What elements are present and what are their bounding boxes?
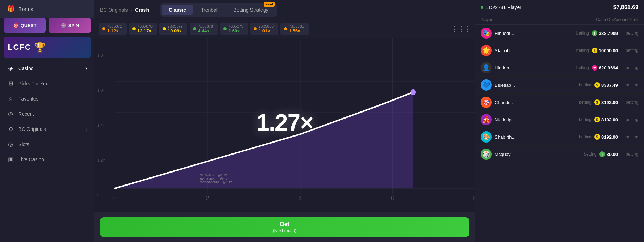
col-player: Player bbox=[481, 17, 596, 22]
avatar: 🎲 bbox=[481, 149, 492, 160]
topbar: BC Originals › Crash Classic Trenball Ne… bbox=[94, 0, 475, 20]
svg-marker-9 bbox=[115, 92, 413, 188]
tab-trenball-label: Trenball bbox=[201, 7, 218, 13]
live-icon: ▣ bbox=[7, 156, 14, 163]
player-name: Chandu ... bbox=[495, 100, 516, 105]
mult-val-6: 1.56x bbox=[289, 28, 301, 34]
new-badge: New! bbox=[264, 2, 275, 7]
sidebar-item-originals-label: BC Originals bbox=[18, 126, 46, 132]
svg-text:4: 4 bbox=[298, 194, 302, 202]
sidebar-item-slots[interactable]: ◎ Slots bbox=[0, 137, 94, 152]
mult-dot-green2 bbox=[223, 27, 227, 30]
quest-button[interactable]: 🎯 QUEST bbox=[4, 18, 46, 33]
avatar: 🎭 bbox=[481, 28, 492, 39]
player-info: 💙 Bluesap... bbox=[481, 79, 576, 91]
mult-item-1[interactable]: 7335876 12.17x bbox=[129, 23, 157, 35]
sidebar-item-live-casino[interactable]: ▣ Live Casino bbox=[0, 152, 94, 167]
tab-group: Classic Trenball New! Betting Strategy bbox=[160, 3, 277, 17]
mult-item-3[interactable]: 7335878 4.44x bbox=[190, 23, 218, 35]
mult-dot-yellow bbox=[132, 27, 136, 30]
mult-id-6: 7335881 bbox=[289, 24, 304, 28]
player-name: Hlbuedt... bbox=[495, 31, 514, 36]
amount-cell: $ 8192.00 bbox=[594, 117, 618, 122]
table-row: 👤 Hidden betting ❤ 620.9694 betting bbox=[475, 59, 644, 77]
sidebar-item-slots-label: Slots bbox=[18, 141, 29, 147]
svg-text:0: 0 bbox=[113, 194, 117, 202]
player-info: 👤 Hidden bbox=[481, 62, 574, 73]
bet-sub-label: (Next round) bbox=[273, 228, 297, 234]
col-amount: Amount bbox=[614, 17, 628, 22]
coin-icon: $ bbox=[594, 134, 600, 140]
sidebar: 🎁 Bonus 🎯 QUEST 🎡 SPIN LCFC 🏆 ◈ Casino ▾… bbox=[0, 0, 94, 242]
col-profit: Profit bbox=[628, 17, 638, 22]
quest-label: QUEST bbox=[21, 23, 37, 28]
avatar: 🎨 bbox=[481, 131, 492, 143]
amount-cell: $ 8192.00 bbox=[594, 99, 618, 105]
mult-dot-green bbox=[193, 27, 196, 30]
crash-graph: 2 4 6 8 0 bbox=[94, 38, 475, 212]
sidebar-item-casino-label: Casino bbox=[18, 66, 34, 71]
player-name: Shabirth... bbox=[495, 134, 515, 140]
spin-label: SPIN bbox=[68, 23, 79, 28]
spin-button[interactable]: 🎡 SPIN bbox=[49, 18, 91, 33]
mult-id-4: 7335879 bbox=[228, 24, 243, 28]
mult-id-5: 7335880 bbox=[259, 24, 274, 28]
mult-item-4[interactable]: 7335879 2.60x bbox=[220, 23, 248, 35]
breadcrumb-parent[interactable]: BC Originals bbox=[100, 7, 128, 13]
sidebar-item-bonus[interactable]: 🎁 Bonus bbox=[0, 0, 94, 18]
svg-text:8: 8 bbox=[473, 194, 475, 202]
bet-button[interactable]: Bet (Next round) bbox=[100, 217, 469, 237]
mult-val-0: 1.12x bbox=[107, 28, 119, 34]
sidebar-item-casino[interactable]: ◈ Casino ▾ bbox=[0, 61, 94, 76]
sidebar-item-recent[interactable]: ◷ Recent bbox=[0, 106, 94, 121]
cash-out-status: betting bbox=[579, 117, 592, 122]
amount-cell: $ 8192.00 bbox=[594, 134, 618, 140]
bet-label: Bet bbox=[280, 221, 289, 228]
player-info: 🎨 Shabirth... bbox=[481, 131, 576, 143]
mult-item-5[interactable]: 7335880 1.01x bbox=[250, 23, 278, 35]
star-icon: ☆ bbox=[7, 95, 14, 102]
amount-cell: ❤ 620.9694 bbox=[592, 65, 618, 71]
originals-icon: ⊙ bbox=[7, 126, 14, 132]
grid-icon[interactable]: ⋮⋮⋮ bbox=[452, 25, 471, 33]
profit-cell: betting bbox=[621, 65, 638, 70]
panel-columns: Player Cash Out Amount Profit bbox=[475, 15, 644, 25]
table-row: 🎭 Hlbuedt... betting T 388.7909 betting bbox=[475, 25, 644, 42]
breadcrumb: BC Originals › Crash bbox=[100, 7, 149, 13]
coin-icon: ❤ bbox=[592, 65, 597, 71]
quest-spin-row: 🎯 QUEST 🎡 SPIN bbox=[0, 18, 94, 37]
table-row: 🎨 Shabirth... betting $ 8192.00 betting bbox=[475, 128, 644, 146]
player-count: 115/2781 Player bbox=[481, 5, 521, 10]
coin-icon: T bbox=[592, 30, 597, 36]
mult-val-3: 4.44x bbox=[198, 28, 210, 34]
mult-item-2[interactable]: 7335877 10.09x bbox=[159, 23, 187, 35]
sidebar-item-bc-originals[interactable]: ⊙ BC Originals › bbox=[0, 121, 94, 137]
mult-item-0[interactable]: 7335875 1.12x bbox=[99, 23, 127, 35]
promo-banner[interactable]: LCFC 🏆 bbox=[4, 37, 91, 58]
tab-classic-label: Classic bbox=[169, 7, 186, 13]
mult-id-0: 7335875 bbox=[107, 24, 122, 28]
sidebar-item-favorites[interactable]: ☆ Favorites bbox=[0, 91, 94, 106]
mult-dot-yellow2 bbox=[163, 27, 166, 30]
cash-out-status: betting bbox=[576, 65, 589, 70]
mult-id-2: 7335877 bbox=[168, 24, 183, 28]
player-name: Nfcdcdp... bbox=[495, 117, 515, 122]
online-indicator bbox=[481, 6, 483, 9]
tab-classic[interactable]: Classic bbox=[162, 5, 193, 15]
tab-betting-strategy[interactable]: New! Betting Strategy bbox=[226, 5, 275, 15]
sidebar-item-picks[interactable]: ⊞ Picks For You bbox=[0, 76, 94, 91]
mult-val-5: 1.01x bbox=[259, 28, 270, 34]
table-row: 🎪 Nfcdcdp... betting $ 8192.00 betting bbox=[475, 111, 644, 128]
coin-icon: $ bbox=[594, 117, 600, 122]
right-panel: 115/2781 Player $7,861.69 Player Cash Ou… bbox=[475, 0, 644, 242]
tab-trenball[interactable]: Trenball bbox=[194, 5, 225, 15]
arrow-right-icon: › bbox=[86, 126, 87, 132]
breadcrumb-current: Crash bbox=[135, 7, 149, 13]
player-info: 🎭 Hlbuedt... bbox=[481, 28, 574, 39]
avatar: 🎪 bbox=[481, 114, 492, 125]
spin-icon: 🎡 bbox=[61, 23, 66, 28]
coin-icon: $ bbox=[592, 48, 597, 53]
sidebar-nav: ◈ Casino ▾ ⊞ Picks For You ☆ Favorites ◷… bbox=[0, 61, 94, 242]
mult-item-6[interactable]: 7335881 1.56x bbox=[280, 23, 309, 35]
sidebar-item-picks-label: Picks For You bbox=[18, 81, 49, 86]
